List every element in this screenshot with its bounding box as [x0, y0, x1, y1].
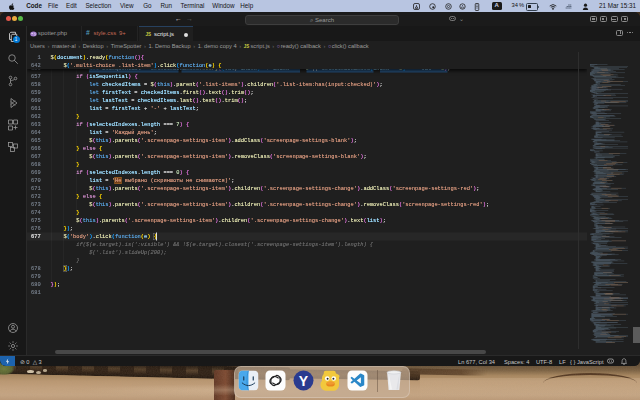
svg-text:Y: Y: [298, 373, 308, 389]
